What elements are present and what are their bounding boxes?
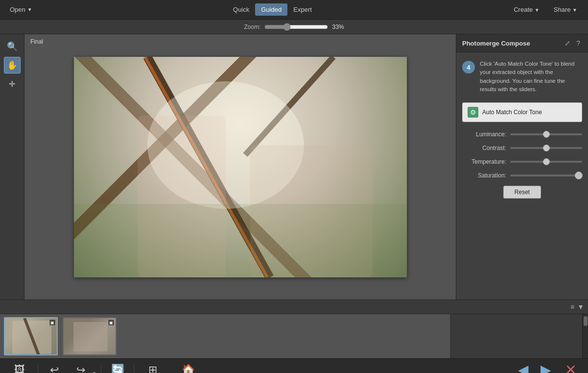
panel-header-icons: ⤢ ?: [563, 38, 582, 48]
svg-rect-6: [74, 204, 407, 277]
bottom-toolbar: 🖼 Photo Bin ↩ Undo ↪ Redo ▼ 🔄 Rotate ⊞ O…: [0, 358, 588, 373]
redo-group: ↪ Redo ▼: [69, 363, 97, 373]
temperature-thumb[interactable]: [543, 158, 550, 165]
open-button[interactable]: Open ▼: [5, 3, 37, 16]
divider-2: [101, 365, 101, 373]
redo-dropdown-arrow[interactable]: ▼: [91, 371, 97, 373]
step-description: Click 'Auto Match Color Tone' to blend y…: [480, 60, 582, 94]
luminance-track: [510, 133, 582, 135]
temperature-slider-row: Temperature:: [462, 158, 582, 165]
bottom-left-tools: 🖼 Photo Bin ↩ Undo ↪ Redo ▼ 🔄 Rotate ⊞ O…: [5, 363, 207, 373]
main-layout: 🔍 ✋ ✛ Final: [0, 34, 588, 299]
luminance-label: Luminance:: [462, 131, 506, 138]
auto-match-label: Auto Match Color Tone: [482, 109, 542, 116]
cancel-icon: ✕: [565, 363, 576, 373]
filmstrip-right-spacer: [450, 314, 582, 358]
saturation-track: [510, 174, 582, 176]
hand-tool-icon: ✋: [7, 60, 18, 71]
left-toolbar: 🔍 ✋ ✛: [0, 34, 24, 299]
redo-button[interactable]: ↪ Redo: [69, 363, 93, 373]
panel-expand-button[interactable]: ⤢: [563, 38, 572, 48]
photo-bin-icon: 🖼: [14, 365, 25, 373]
contrast-label: Contrast:: [462, 145, 506, 151]
top-right-group: Create ▼ Share ▼: [508, 3, 583, 16]
next-icon: ▶: [541, 363, 551, 373]
canvas-label: Final: [30, 38, 43, 45]
next-button[interactable]: ▶ Next: [536, 361, 556, 373]
filmstrip-thumb-1[interactable]: ▣: [4, 317, 58, 355]
zoom-tool-icon: 🔍: [7, 41, 18, 52]
top-left-group: Open ▼: [5, 3, 37, 16]
rotate-icon: 🔄: [111, 365, 124, 373]
zoom-value: 33%: [332, 24, 344, 30]
filmstrip-content: ▣ ▣: [0, 314, 450, 358]
temperature-label: Temperature:: [462, 158, 506, 165]
panel-help-button[interactable]: ?: [574, 38, 582, 48]
auto-match-icon: ⚙: [468, 107, 478, 118]
home-screen-button[interactable]: 🏠 Home Screen: [169, 363, 207, 373]
canvas-image-inner: [74, 57, 407, 277]
auto-match-color-tone-button[interactable]: ⚙ Auto Match Color Tone: [462, 102, 582, 122]
divider-1: [38, 365, 38, 373]
saturation-thumb[interactable]: [575, 172, 583, 179]
undo-icon: ↩: [50, 365, 59, 373]
redo-icon: ↪: [76, 365, 85, 373]
share-button[interactable]: Share ▼: [548, 3, 583, 16]
top-bar: Open ▼ Quick Guided Expert Create ▼ Shar…: [0, 0, 588, 20]
scroll-thumb[interactable]: [584, 316, 588, 326]
filmstrip-thumb-2[interactable]: ▣: [63, 317, 117, 355]
thumb1-badge: ▣: [49, 319, 56, 326]
hand-tool-button[interactable]: ✋: [4, 57, 21, 74]
panel-header: Photomerge Compose ⤢ ?: [456, 34, 588, 52]
back-button[interactable]: ◀ Back: [513, 361, 534, 373]
back-icon: ◀: [518, 363, 529, 373]
mode-tabs: Quick Guided Expert: [227, 3, 318, 16]
saturation-slider-row: Saturation:: [462, 172, 582, 179]
rotate-button[interactable]: 🔄 Rotate: [105, 363, 130, 373]
reset-button[interactable]: Reset: [503, 186, 541, 199]
filmstrip-scrollbar[interactable]: [582, 314, 588, 358]
luminance-thumb[interactable]: [543, 131, 550, 138]
contrast-slider-row: Contrast:: [462, 145, 582, 151]
zoom-tool-button[interactable]: 🔍: [4, 38, 21, 55]
organizer-icon: ⊞: [148, 365, 157, 373]
zoom-bar: Zoom: 33%: [0, 20, 588, 34]
filmstrip-area: ▣ ▣: [0, 314, 588, 358]
create-button[interactable]: Create ▼: [508, 3, 545, 16]
zoom-label: Zoom:: [244, 24, 260, 30]
temperature-track: [510, 161, 582, 163]
canvas-image: [74, 57, 407, 277]
undo-button[interactable]: ↩ Undo: [42, 363, 67, 373]
cancel-button[interactable]: ✕ Cancel: [558, 361, 583, 373]
bottom-right-nav: ◀ Back ▶ Next ✕ Cancel: [513, 361, 583, 373]
divider-3: [134, 365, 134, 373]
zoom-slider[interactable]: [264, 23, 328, 31]
saturation-label: Saturation:: [462, 172, 506, 179]
thumb2-badge: ▣: [108, 319, 115, 326]
step-row: 4 Click 'Auto Match Color Tone' to blend…: [462, 60, 582, 94]
guided-tab[interactable]: Guided: [255, 3, 287, 16]
panel-body: 4 Click 'Auto Match Color Tone' to blend…: [456, 52, 588, 299]
move-tool-button[interactable]: ✛: [4, 75, 21, 92]
contrast-thumb[interactable]: [543, 145, 550, 151]
move-tool-icon: ✛: [9, 79, 15, 89]
panel-title: Photomerge Compose: [462, 40, 530, 47]
open-arrow-icon: ▼: [27, 7, 32, 12]
photo-overlay-svg: [74, 57, 407, 277]
step-number: 4: [462, 61, 475, 74]
home-screen-icon: 🏠: [182, 365, 195, 373]
canvas-area: Final: [24, 34, 456, 299]
open-label: Open: [10, 6, 25, 13]
svg-rect-11: [73, 322, 108, 351]
right-panel: Photomerge Compose ⤢ ? 4 Click 'Auto Mat…: [456, 34, 588, 299]
organizer-button[interactable]: ⊞ Organizer: [138, 363, 167, 373]
chevron-down-icon[interactable]: ▼: [577, 303, 584, 311]
photo-bin-button[interactable]: 🖼 Photo Bin: [5, 363, 34, 373]
contrast-track: [510, 147, 582, 149]
separator-bar: ≡ ▼: [0, 299, 588, 314]
expert-tab[interactable]: Expert: [287, 3, 318, 16]
luminance-slider-row: Luminance:: [462, 131, 582, 138]
quick-tab[interactable]: Quick: [227, 3, 255, 16]
list-icon[interactable]: ≡: [570, 303, 574, 311]
